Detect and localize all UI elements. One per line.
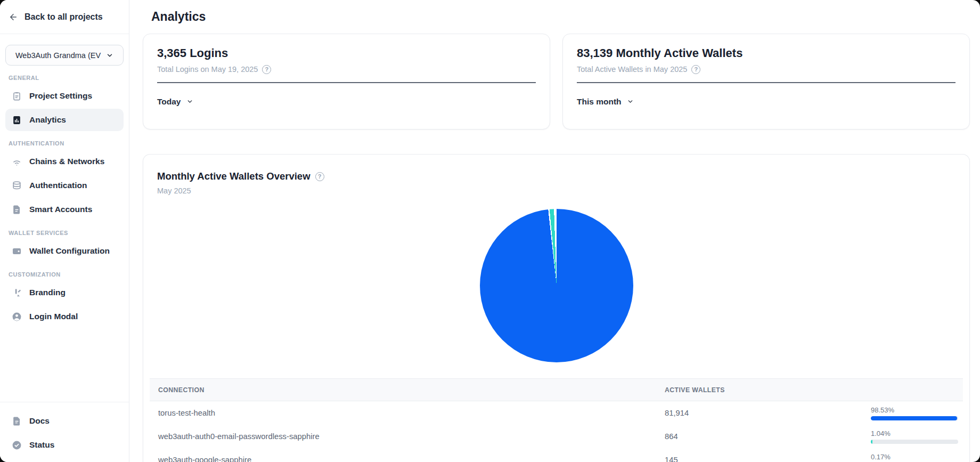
app-window: Back to all projects Web3Auth Grandma (E… [0, 0, 980, 462]
user-circle-icon [12, 312, 22, 322]
logins-card: 3,365 Logins Total Logins on May 19, 202… [143, 34, 550, 129]
percent-bar-fill [871, 416, 957, 420]
overview-subtitle: May 2025 [143, 187, 969, 195]
back-label: Back to all projects [24, 12, 103, 22]
wifi-icon [12, 157, 22, 167]
overview-title-row: Monthly Active Wallets Overview ? [143, 171, 969, 182]
connection-cell: web3auth-google-sapphire [150, 456, 665, 462]
wallets-table: CONNECTION ACTIVE WALLETS torus-test-hea… [150, 378, 963, 462]
sidebar-item-chains-networks[interactable]: Chains & Networks [5, 150, 124, 173]
sidebar-item-status[interactable]: Status [5, 434, 124, 456]
logins-card-title: 3,365 Logins [157, 46, 536, 61]
percent-label: 0.17% [871, 453, 958, 461]
maw-range-select[interactable]: This month [577, 97, 634, 107]
pie-chart [480, 209, 633, 362]
sidebar-footer: Docs Status [0, 402, 129, 462]
percent-bar-fill [871, 440, 872, 444]
sidebar-item-label: Project Settings [29, 91, 92, 101]
section-label-general: GENERAL [9, 75, 120, 81]
help-icon[interactable]: ? [315, 172, 324, 181]
help-icon[interactable]: ? [262, 65, 271, 74]
maw-card-title: 83,139 Monthly Active Wallets [577, 46, 956, 61]
sidebar-item-label: Branding [29, 288, 66, 297]
file-icon [12, 416, 22, 426]
brush-icon [12, 288, 22, 298]
page-title: Analytics [151, 10, 970, 24]
sidebar-item-label: Docs [29, 416, 50, 426]
stat-cards-row: 3,365 Logins Total Logins on May 19, 202… [143, 34, 970, 129]
help-icon[interactable]: ? [691, 65, 700, 74]
card-divider [157, 82, 536, 83]
section-label-authentication: AUTHENTICATION [9, 140, 120, 147]
sidebar-item-wallet-configuration[interactable]: Wallet Configuration [5, 240, 124, 262]
project-select[interactable]: Web3Auth Grandma (EV [5, 45, 124, 66]
chevron-down-icon [627, 98, 634, 105]
section-label-wallet-services: WALLET SERVICES [9, 230, 120, 236]
sidebar-item-label: Status [29, 440, 54, 450]
monthly-active-wallets-card: 83,139 Monthly Active Wallets Total Acti… [562, 34, 970, 129]
logins-range-select[interactable]: Today [157, 97, 193, 107]
main-content: Analytics 3,365 Logins Total Logins on M… [129, 0, 980, 462]
database-icon [12, 181, 22, 191]
connection-cell: web3auth-auth0-email-passwordless-sapphi… [150, 432, 665, 441]
active-wallets-cell: 81,914 [665, 409, 871, 417]
chevron-down-icon [106, 52, 113, 59]
overview-title: Monthly Active Wallets Overview [157, 171, 311, 182]
table-header-active-wallets: ACTIVE WALLETS [665, 386, 871, 394]
active-wallets-cell: 864 [665, 432, 871, 441]
percent-bar [871, 416, 958, 420]
table-row: web3auth-google-sapphire 145 0.17% [150, 448, 963, 462]
percent-cell: 0.17% [871, 453, 964, 462]
maw-card-subtitle-row: Total Active Wallets in May 2025 ? [577, 65, 956, 74]
clipboard-icon [12, 91, 22, 101]
sidebar-item-smart-accounts[interactable]: Smart Accounts [5, 198, 124, 221]
overview-card: Monthly Active Wallets Overview ? May 20… [143, 154, 970, 462]
range-label: Today [157, 97, 181, 107]
active-wallets-cell: 145 [665, 456, 871, 462]
sidebar-item-label: Wallet Configuration [29, 246, 110, 256]
sidebar-item-label: Smart Accounts [29, 205, 92, 214]
percent-bar [871, 440, 958, 444]
sidebar-item-label: Login Modal [29, 312, 78, 321]
table-row: web3auth-auth0-email-passwordless-sapphi… [150, 425, 963, 448]
logins-card-subtitle-row: Total Logins on May 19, 2025 ? [157, 65, 536, 74]
sidebar-item-authentication[interactable]: Authentication [5, 174, 124, 197]
sidebar-item-label: Analytics [29, 115, 66, 125]
sidebar: Back to all projects Web3Auth Grandma (E… [0, 0, 129, 462]
project-select-value: Web3Auth Grandma (EV [15, 51, 101, 60]
logins-card-subtitle: Total Logins on May 19, 2025 [157, 65, 258, 74]
back-button[interactable]: Back to all projects [0, 0, 129, 34]
sidebar-item-label: Chains & Networks [29, 157, 104, 166]
arrow-left-icon [9, 12, 18, 22]
percent-cell: 98.53% [871, 406, 964, 420]
chevron-down-icon [186, 98, 193, 105]
wallet-icon [12, 246, 22, 256]
range-label: This month [577, 97, 622, 107]
analytics-icon [12, 115, 22, 125]
percent-label: 1.04% [871, 429, 958, 437]
sidebar-item-label: Authentication [29, 181, 87, 190]
sidebar-item-project-settings[interactable]: Project Settings [5, 85, 124, 107]
sidebar-item-analytics[interactable]: Analytics [5, 109, 124, 131]
table-header-row: CONNECTION ACTIVE WALLETS [150, 378, 963, 401]
maw-card-subtitle: Total Active Wallets in May 2025 [577, 65, 687, 74]
file-icon [12, 205, 22, 215]
sidebar-nav: Web3Auth Grandma (EV GENERAL Project Set… [0, 34, 129, 402]
card-divider [577, 82, 956, 83]
table-row: torus-test-health 81,914 98.53% [150, 401, 963, 425]
sidebar-item-branding[interactable]: Branding [5, 281, 124, 304]
check-circle-icon [12, 440, 22, 450]
sidebar-item-login-modal[interactable]: Login Modal [5, 305, 124, 328]
percent-label: 98.53% [871, 406, 958, 414]
section-label-customization: CUSTOMIZATION [9, 271, 120, 278]
percent-cell: 1.04% [871, 429, 964, 444]
table-header-connection: CONNECTION [150, 386, 665, 394]
sidebar-item-docs[interactable]: Docs [5, 410, 124, 432]
connection-cell: torus-test-health [150, 409, 665, 417]
